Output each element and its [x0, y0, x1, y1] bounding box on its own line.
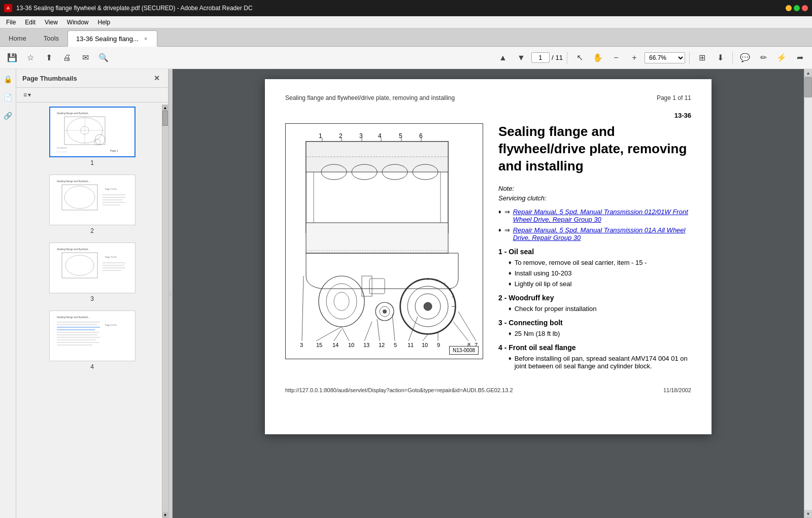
repair-manual-link-2[interactable]: Repair Manual, 5 Spd. Manual Transmissio…	[513, 226, 691, 241]
sidebar-options-chevron: ▾	[28, 91, 31, 98]
tab-close-button[interactable]: ×	[143, 35, 149, 42]
svg-text:6: 6	[419, 132, 423, 140]
svg-text:14: 14	[332, 342, 339, 348]
pdf-main-title: Sealing flange and flywheel/drive plate,…	[498, 123, 691, 175]
sidebar: Page Thumbnails ✕ ≡ ▾ Sealing flange and…	[16, 69, 168, 518]
toolbar-divider-3	[732, 52, 733, 64]
zoom-in-button[interactable]: +	[626, 50, 642, 66]
svg-point-108	[383, 309, 387, 314]
thumbnail-page-1[interactable]: Sealing flange and flywheel... 1 2 3 4 5…	[20, 107, 164, 166]
svg-text:12: 12	[379, 342, 385, 348]
pdf-page-footer: http://127.0.0.1:8080/audi/servlet/Displ…	[285, 383, 691, 393]
item-4-text-1: Before installing oil pan, spread sealan…	[515, 355, 691, 370]
bullet-diamond-2: ♦	[498, 227, 501, 233]
scroll-thumb[interactable]	[804, 77, 812, 97]
highlight-button[interactable]: ⚡	[773, 50, 790, 66]
repair-manual-link-1[interactable]: Repair Manual, 5 Spd. Manual Transmissio…	[513, 208, 691, 223]
menu-help[interactable]: Help	[94, 18, 115, 27]
close-window-button[interactable]	[802, 5, 808, 11]
sidebar-title: Page Thumbnails	[22, 75, 77, 82]
email-button[interactable]: ✉	[77, 50, 93, 66]
sidebar-toolbar: ≡ ▾	[16, 88, 168, 102]
scroll-down-button[interactable]: ▼	[804, 510, 812, 518]
pdf-diagram-section: 1 2 3 4 5 6	[285, 123, 483, 373]
sidebar-options-button[interactable]: ≡ ▾	[20, 90, 164, 100]
lock-panel-button[interactable]: 🔒	[2, 73, 14, 85]
thumbnail-page-4[interactable]: Sealing flange and flywheel... Page 4 of…	[20, 310, 164, 370]
menu-window[interactable]: Window	[63, 18, 93, 27]
svg-text:_________: _________	[56, 150, 67, 152]
item-1-bullet-3: ♦ Lightly oil lip of seal	[509, 280, 691, 288]
pdf-note-label: Note:	[498, 185, 691, 192]
tab-document[interactable]: 13-36 Sealing flang... ×	[67, 30, 157, 47]
print-button[interactable]: 🖨	[59, 50, 75, 66]
pdf-footer-date: 11/18/2002	[663, 387, 691, 393]
prev-page-button[interactable]: ▲	[495, 50, 511, 66]
next-page-button[interactable]: ▼	[513, 50, 529, 66]
maximize-button[interactable]	[794, 5, 800, 11]
menu-view[interactable]: View	[41, 18, 62, 27]
svg-text:Sealing flange and flywheel...: Sealing flange and flywheel...	[57, 248, 90, 251]
page-number-input[interactable]	[531, 52, 550, 63]
fit-page-button[interactable]: ⊞	[694, 50, 710, 66]
hand-tool-button[interactable]: ✋	[590, 50, 606, 66]
sidebar-header: Page Thumbnails ✕	[16, 69, 168, 88]
scroll-down-button[interactable]: ⬇	[712, 50, 728, 66]
arrow-2: ⇒	[504, 226, 510, 234]
item-1-bullet-1: ♦ To remove, remove oil seal carrier, it…	[509, 259, 691, 266]
item-2-text-1: Check for proper installation	[515, 305, 597, 313]
thumbnail-label-2: 2	[90, 227, 94, 234]
cursor-tool-button[interactable]: ↖	[571, 50, 588, 66]
close-sidebar-button[interactable]: ✕	[152, 73, 162, 83]
page-navigation: / 11	[531, 52, 563, 63]
zoom-out-button[interactable]: −	[608, 50, 624, 66]
title-bar: A 13-36 Sealing flange flywheel & drivep…	[0, 0, 812, 16]
thumbnail-content-2: Sealing flange and flywheel... Page 2 of…	[50, 175, 135, 225]
diamond-2-1: ♦	[509, 305, 512, 312]
link-panel-button[interactable]: 🔗	[2, 110, 14, 122]
item-1-text-3: Lightly oil lip of seal	[515, 280, 572, 288]
menu-file[interactable]: File	[2, 18, 20, 27]
thumbnails-container: Sealing flange and flywheel... 1 2 3 4 5…	[16, 102, 168, 518]
sidebar-scroll-up[interactable]: ▲	[162, 105, 168, 111]
thumbnail-content-3: Sealing flange and flywheel... Page 3 of…	[50, 243, 135, 293]
svg-text:11: 11	[408, 342, 414, 348]
item-1-header: 1 - Oil seal	[498, 248, 691, 256]
thumbnail-content-4: Sealing flange and flywheel... Page 4 of…	[50, 311, 135, 361]
svg-text:Page 3 of 11: Page 3 of 11	[105, 256, 117, 258]
menu-edit[interactable]: Edit	[21, 18, 40, 27]
thumbnail-page-2[interactable]: Sealing flange and flywheel... Page 2 of…	[20, 175, 164, 234]
svg-text:Page 1: Page 1	[110, 149, 118, 152]
toolbar-divider-2	[689, 52, 690, 64]
diamond-1-3: ♦	[509, 281, 512, 287]
thumbnail-page-3[interactable]: Sealing flange and flywheel... Page 3 of…	[20, 243, 164, 302]
bookmark-button[interactable]: ☆	[22, 50, 39, 66]
pen-button[interactable]: ✏	[755, 50, 771, 66]
item-1-text-2: Install using 10-203	[515, 269, 572, 277]
thumbnail-label-1: 1	[90, 159, 94, 166]
save-button[interactable]: 💾	[4, 50, 20, 66]
link1-item: ♦ ⇒ Repair Manual, 5 Spd. Manual Transmi…	[498, 208, 691, 223]
tab-document-label: 13-36 Sealing flang...	[76, 35, 139, 43]
sidebar-scroll-thumb[interactable]	[162, 111, 168, 126]
sidebar-resize-handle[interactable]: ⋮	[168, 69, 173, 518]
tab-home[interactable]: Home	[0, 30, 35, 46]
zoom-dropdown[interactable]: 66.7%50%75%100%125%150%200%	[645, 52, 685, 63]
scroll-track[interactable]	[804, 77, 812, 510]
diamond-1-1: ♦	[509, 259, 512, 265]
search-button[interactable]: 🔍	[95, 50, 112, 66]
thumbnail-frame-4: Sealing flange and flywheel... Page 4 of…	[49, 310, 136, 361]
thumbnail-label-4: 4	[90, 363, 94, 370]
sidebar-scroll-down[interactable]: ▼	[162, 512, 168, 518]
minimize-button[interactable]	[786, 5, 792, 11]
window-title: 13-36 Sealing flange flywheel & drivepla…	[16, 5, 782, 12]
pdf-page: Sealing flange and flywheel/drive plate,…	[265, 79, 712, 434]
scroll-up-button[interactable]: ▲	[804, 69, 812, 77]
share-button[interactable]: ➦	[792, 50, 808, 66]
tab-tools[interactable]: Tools	[35, 30, 67, 46]
item-4-header: 4 - Front oil seal flange	[498, 343, 691, 352]
upload-button[interactable]: ⬆	[41, 50, 57, 66]
thumbnails-panel-button[interactable]: 📄	[2, 91, 14, 103]
svg-text:3: 3	[359, 132, 363, 140]
comment-button[interactable]: 💬	[737, 50, 753, 66]
